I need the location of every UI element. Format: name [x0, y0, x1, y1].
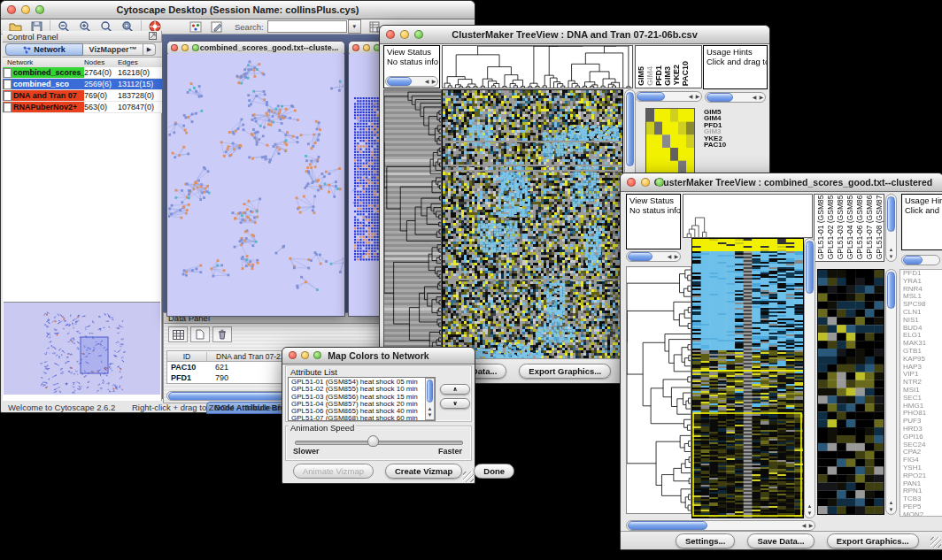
main-title-bar[interactable]: Cytoscape Desktop (Session Name: collins… — [1, 1, 475, 19]
minimize-icon[interactable] — [400, 30, 409, 39]
gene-label[interactable]: RPN1 — [903, 487, 942, 495]
gene-label[interactable]: VIP1 — [903, 371, 942, 379]
row-dendrogram-canvas[interactable] — [384, 90, 441, 358]
birdseye-overview[interactable] — [4, 302, 160, 395]
gene-label[interactable]: FIG4 — [903, 456, 942, 464]
scroll-left-icon[interactable]: ◀ — [423, 79, 430, 84]
column-label[interactable]: GIM5 — [637, 66, 645, 86]
attribute-item[interactable]: GPL51-03 (GSM856) heat shock 15 min — [291, 394, 435, 401]
scrollbar-thumb[interactable] — [903, 256, 923, 265]
speed-slider-track[interactable] — [295, 441, 463, 445]
column-dendrogram-canvas[interactable] — [443, 46, 632, 88]
move-down-button[interactable]: ∨ — [440, 398, 470, 409]
attribute-item[interactable]: GPL51-07 (GSM868) heat shock 60 min — [291, 415, 435, 421]
column-label[interactable]: GPL51-03 (GSM856) — [837, 194, 845, 259]
attribute-item[interactable]: GPL51-04 (GSM857) heat shock 20 min — [291, 401, 435, 408]
speed-slider-thumb[interactable] — [367, 435, 379, 447]
tv1-global-heatmap[interactable] — [442, 89, 623, 359]
attribute-item[interactable]: GPL51-02 (GSM855) heat shock 10 min — [291, 386, 435, 393]
scroll-down-icon[interactable]: ▼ — [886, 507, 896, 513]
resize-grip[interactable] — [930, 537, 941, 548]
scroll-up-icon[interactable]: ▲ — [426, 406, 434, 412]
gene-label[interactable]: PFD1 — [903, 270, 942, 278]
tv2-zoom-heatmap[interactable] — [817, 269, 884, 515]
scrollbar-thumb[interactable] — [887, 272, 895, 309]
gene-label[interactable]: YRA1 — [903, 278, 942, 286]
gene-label[interactable]: MSI1 — [903, 387, 942, 395]
heatmap-canvas[interactable] — [443, 90, 622, 358]
gene-label[interactable]: PAN1 — [903, 480, 942, 488]
overview-canvas[interactable] — [4, 303, 160, 395]
network-row[interactable]: DNA and Tran 07 769(0) 183728(0) — [3, 90, 162, 102]
scroll-up-icon[interactable]: ▲ — [886, 247, 896, 253]
gene-label[interactable]: NTR2 — [903, 379, 942, 387]
scroll-right-icon[interactable]: ▶ — [758, 95, 765, 100]
gene-label[interactable]: PHO81 — [903, 410, 942, 418]
gene-label[interactable]: RPO21 — [903, 472, 942, 480]
scrollbar-thumb[interactable] — [887, 196, 895, 232]
scrollbar-thumb[interactable] — [706, 93, 733, 102]
tv2-global-heatmap[interactable] — [691, 238, 804, 518]
gene-label[interactable]: SEC24 — [903, 441, 942, 449]
float-panel-icon[interactable] — [149, 32, 157, 42]
zoom-heatmap-canvas[interactable] — [818, 270, 884, 514]
gene-label[interactable]: YSH1 — [903, 464, 942, 472]
attrlist-vscrollbar[interactable]: ▲ ▼ — [425, 378, 435, 420]
row-label[interactable]: PAC10 — [704, 142, 766, 148]
dialog-button[interactable]: Animate Vizmap — [293, 464, 374, 479]
scrollbar-thumb[interactable] — [628, 521, 707, 530]
heatmap-canvas[interactable] — [692, 239, 803, 518]
search-input[interactable] — [267, 20, 347, 33]
close-icon[interactable] — [7, 5, 16, 14]
row-dendrogram-canvas[interactable] — [627, 267, 691, 513]
scrollbar-thumb[interactable] — [427, 380, 433, 403]
new-attribute-button[interactable] — [190, 326, 210, 342]
zoom-icon[interactable] — [655, 178, 664, 187]
minimize-icon[interactable] — [363, 44, 370, 51]
column-label[interactable]: GPL51-01 (GSM854) — [817, 194, 825, 259]
gene-label[interactable]: BUD4 — [903, 325, 942, 333]
scroll-left-icon[interactable]: ◀ — [687, 94, 694, 99]
attribute-listbox[interactable]: GPL51-01 (GSM854) heat shock 05 minGPL51… — [288, 377, 436, 421]
gene-label[interactable]: HMG1 — [903, 403, 942, 410]
column-label[interactable]: GPL51-07 (GSM868) — [866, 194, 874, 259]
treeview-button[interactable]: Settings... — [676, 533, 735, 548]
tv1-collabel-scrollbar[interactable]: ◀ ▶ — [635, 91, 702, 102]
scroll-down-icon[interactable]: ▼ — [886, 254, 896, 260]
attribute-item[interactable]: GPL51-01 (GSM854) heat shock 05 min — [291, 379, 435, 386]
tv2-collabel-vscrollbar[interactable]: ▲ ▼ — [885, 194, 897, 262]
scroll-right-icon[interactable]: ▶ — [807, 523, 815, 528]
close-icon[interactable] — [289, 351, 297, 359]
tv2-column-dendrogram[interactable] — [683, 194, 813, 238]
tv2-heatmap-vscrollbar[interactable]: ▲ ▼ — [804, 238, 815, 518]
zoom-icon[interactable] — [414, 30, 423, 39]
gene-label[interactable]: ELG1 — [903, 332, 942, 340]
view-status-scrollbar[interactable]: ◀ ▶ — [385, 76, 438, 87]
minimize-icon[interactable] — [641, 178, 650, 187]
treeview-button[interactable]: Save Data... — [747, 533, 814, 548]
resize-grip[interactable] — [463, 472, 474, 482]
gene-label[interactable]: MAK31 — [903, 340, 942, 348]
move-up-button[interactable]: ∧ — [440, 384, 470, 395]
gene-label[interactable]: HRD3 — [903, 426, 942, 433]
search-dropdown-button[interactable]: ▼ — [348, 19, 361, 34]
col-id[interactable]: ID — [167, 352, 207, 361]
scroll-up-icon[interactable]: ▲ — [805, 503, 815, 510]
scroll-up-icon[interactable]: ▲ — [886, 500, 896, 506]
gene-label[interactable]: TCB3 — [903, 495, 942, 503]
column-label[interactable]: GPL51-02 (GSM855) — [827, 194, 835, 259]
column-label[interactable]: GPL51-06 (GSM865) — [856, 194, 864, 259]
edit-document-icon[interactable] — [206, 19, 228, 34]
close-icon[interactable] — [352, 44, 359, 51]
dialog-button[interactable]: Create Vizmap — [385, 464, 462, 479]
column-label[interactable]: PAC10 — [682, 61, 690, 86]
gene-label[interactable]: HAP3 — [903, 364, 942, 372]
delete-attribute-button[interactable] — [212, 326, 232, 342]
close-icon[interactable] — [627, 178, 636, 187]
gene-label[interactable]: MON2 — [903, 511, 942, 517]
treeview2-title-bar[interactable]: ClusterMaker TreeView : combined_scores_… — [621, 173, 942, 192]
scrollbar-thumb[interactable] — [626, 92, 634, 166]
treeview-button[interactable]: Export Graphics... — [519, 364, 611, 379]
network-row[interactable]: combined_sco 2569(6) 13112(15) — [3, 79, 162, 90]
zoom-icon[interactable] — [35, 5, 44, 14]
